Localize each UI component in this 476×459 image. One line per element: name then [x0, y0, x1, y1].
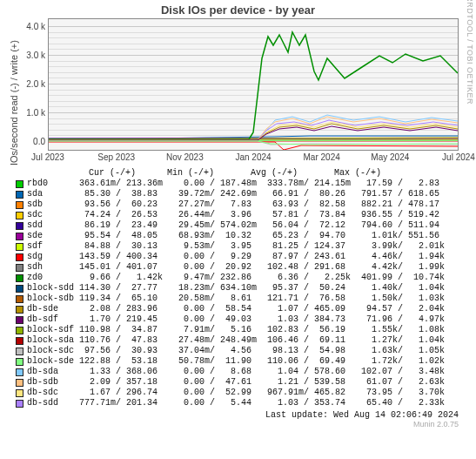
legend-row: sda 85.30 / 38.83 39.72m/ 242.69m 66.91 …	[16, 189, 467, 199]
x-tick-label: Jul 2023	[31, 152, 64, 162]
legend-swatch	[16, 243, 23, 251]
legend-text: block-sdd 114.30 / 27.77 18.23m/ 634.10m…	[27, 283, 445, 294]
legend-row: sdc 74.24 / 26.53 26.44m/ 3.96 57.81 / 7…	[16, 210, 467, 220]
legend-row: block-sdd 114.30 / 27.77 18.23m/ 634.10m…	[16, 283, 467, 294]
x-tick-label: Jan 2024	[235, 152, 271, 162]
legend-swatch	[16, 316, 23, 324]
legend-swatch	[16, 201, 23, 209]
legend-text: sda 85.30 / 38.83 39.72m/ 242.69m 66.91 …	[27, 189, 439, 199]
chart-plot-area: 0.01.0 k2.0 k3.0 k4.0 k	[48, 18, 459, 151]
legend-row: block-sdc 97.56 / 30.93 37.04m/ 4.56 98.…	[16, 346, 467, 356]
legend-row: sdg 143.59 / 400.34 0.00 / 9.29 87.97 / …	[16, 252, 467, 262]
legend-row: rbd0 363.61m/ 213.36m 0.00 / 187.48m 333…	[16, 179, 467, 189]
legend-swatch	[16, 212, 23, 219]
legend-swatch	[16, 285, 23, 293]
legend-header: Cur (-/+) Min (-/+) Avg (-/+) Max (-/+)	[16, 168, 467, 179]
legend-text: db-sdd 777.71m/ 201.34 0.00 / 5.44 1.03 …	[27, 398, 445, 408]
legend-text: block-sdb 119.34 / 65.10 20.58m/ 8.61 12…	[27, 294, 445, 304]
legend-swatch	[16, 264, 23, 272]
legend-swatch	[16, 379, 23, 387]
legend-swatch	[16, 389, 23, 397]
legend-row: zd0 9.66 / 1.42k 9.47m/ 232.86 6.36 / 2.…	[16, 273, 467, 283]
legend-row: db-sdc 1.67 / 296.74 0.00 / 52.99 967.91…	[16, 388, 467, 398]
legend-swatch	[16, 180, 23, 188]
legend-row: db-sdf 1.70 / 219.45 0.00 / 49.03 1.03 /…	[16, 314, 467, 325]
legend-row: db-sdb 2.09 / 357.18 0.00 / 47.61 1.21 /…	[16, 377, 467, 388]
legend-row: db-sda 1.33 / 368.06 0.00 / 8.68 1.04 / …	[16, 367, 467, 377]
legend-row: sdd 86.19 / 23.49 29.45m/ 574.02m 56.04 …	[16, 220, 467, 231]
last-update: Last update: Wed Aug 14 02:06:49 2024	[0, 410, 459, 420]
legend-swatch	[16, 306, 23, 314]
legend-swatch	[16, 337, 23, 345]
legend-row: block-sdb 119.34 / 65.10 20.58m/ 8.61 12…	[16, 294, 467, 304]
legend-text: sdb 93.56 / 60.23 27.27m/ 7.83 63.93 / 8…	[27, 199, 439, 210]
legend-text: block-sdf 110.98 / 34.87 7.91m/ 5.16 102…	[27, 325, 445, 335]
legend-row: sde 95.54 / 48.05 68.93m/ 10.32 65.23 / …	[16, 231, 467, 241]
legend-swatch	[16, 368, 23, 376]
legend-swatch	[16, 358, 23, 366]
x-tick-label: Sep 2023	[97, 152, 135, 162]
legend-swatch	[16, 191, 23, 199]
x-axis-ticks: Jul 2023Sep 2023Nov 2023Jan 2024Mar 2024…	[48, 151, 459, 165]
legend-text: db-sdf 1.70 / 219.45 0.00 / 49.03 1.03 /…	[27, 314, 445, 325]
legend-row: sdf 84.88 / 30.13 9.53m/ 3.95 81.25 / 12…	[16, 241, 467, 252]
legend-row: sdb 93.56 / 60.23 27.27m/ 7.83 63.93 / 8…	[16, 199, 467, 210]
legend-row: db-sde 2.08 / 283.96 0.00 / 58.54 1.07 /…	[16, 304, 467, 314]
legend-text: block-sde 122.88 / 53.18 50.78m/ 11.90 1…	[27, 356, 445, 367]
legend-swatch	[16, 400, 23, 408]
munin-version: Munin 2.0.75	[0, 420, 459, 429]
legend-row: block-sda 110.76 / 47.83 27.48m/ 248.49m…	[16, 335, 467, 346]
legend-row: sdh 145.01 / 401.07 0.00 / 20.92 102.48 …	[16, 262, 467, 273]
legend-text: sdf 84.88 / 30.13 9.53m/ 3.95 81.25 / 12…	[27, 241, 445, 252]
legend-text: db-sdc 1.67 / 296.74 0.00 / 52.99 967.91…	[27, 388, 445, 398]
y-tick-label: 1.0 k	[26, 108, 45, 118]
legend-swatch	[16, 327, 23, 334]
legend-text: sdg 143.59 / 400.34 0.00 / 9.29 87.97 / …	[27, 252, 445, 262]
x-tick-label: Jul 2024	[442, 152, 475, 162]
legend-text: sdc 74.24 / 26.53 26.44m/ 3.96 57.81 / 7…	[27, 210, 439, 220]
y-tick-label: 0.0	[33, 137, 45, 146]
y-tick-label: 4.0 k	[26, 22, 45, 31]
x-tick-label: Mar 2024	[304, 152, 340, 162]
y-axis-label: IOs/second read (-) / write (+)	[9, 40, 19, 165]
y-tick-label: 2.0 k	[26, 79, 45, 89]
legend-text: block-sdc 97.56 / 30.93 37.04m/ 4.56 98.…	[27, 346, 445, 356]
legend-swatch	[16, 253, 23, 261]
legend-text: db-sda 1.33 / 368.06 0.00 / 8.68 1.04 / …	[27, 367, 445, 377]
legend-text: sdh 145.01 / 401.07 0.00 / 20.92 102.48 …	[27, 262, 445, 273]
legend-text: db-sde 2.08 / 283.96 0.00 / 58.54 1.07 /…	[27, 304, 445, 314]
x-tick-label: May 2024	[371, 152, 409, 162]
legend-swatch	[16, 274, 23, 282]
rrdtool-watermark: RRDTOOL / TOBI OETIKER	[466, 0, 474, 105]
legend-swatch	[16, 295, 23, 303]
legend-text: rbd0 363.61m/ 213.36m 0.00 / 187.48m 333…	[27, 179, 439, 189]
chart-series-svg	[49, 19, 458, 150]
legend-text: zd0 9.66 / 1.42k 9.47m/ 232.86 6.36 / 2.…	[27, 273, 445, 283]
legend: Cur (-/+) Min (-/+) Avg (-/+) Max (-/+) …	[16, 168, 467, 408]
y-tick-label: 3.0 k	[26, 51, 45, 60]
x-tick-label: Nov 2023	[166, 152, 204, 162]
page-title: Disk IOs per device - by year	[0, 0, 476, 18]
legend-swatch	[16, 233, 23, 240]
legend-swatch	[16, 348, 23, 355]
legend-text: block-sda 110.76 / 47.83 27.48m/ 248.49m…	[27, 335, 445, 346]
legend-text: db-sdb 2.09 / 357.18 0.00 / 47.61 1.21 /…	[27, 377, 445, 388]
legend-text: sde 95.54 / 48.05 68.93m/ 10.32 65.23 / …	[27, 231, 439, 241]
legend-text: sdd 86.19 / 23.49 29.45m/ 574.02m 56.04 …	[27, 220, 439, 231]
legend-row: block-sdf 110.98 / 34.87 7.91m/ 5.16 102…	[16, 325, 467, 335]
legend-row: db-sdd 777.71m/ 201.34 0.00 / 5.44 1.03 …	[16, 398, 467, 408]
legend-swatch	[16, 222, 23, 230]
legend-row: block-sde 122.88 / 53.18 50.78m/ 11.90 1…	[16, 356, 467, 367]
